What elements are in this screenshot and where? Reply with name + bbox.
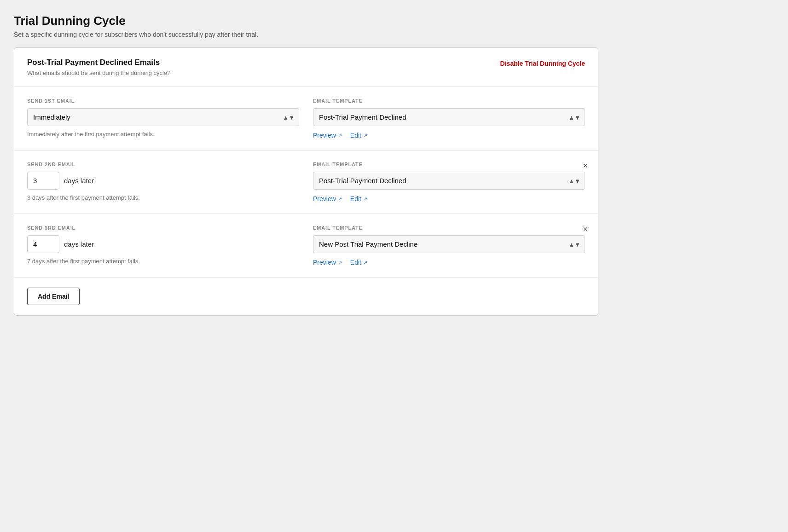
email-section-2: SEND 2ND EMAIL days later 3 days after t… [14, 150, 598, 214]
email-3-preview-link[interactable]: Preview ↗ [313, 259, 342, 266]
email-2-days-input[interactable] [27, 172, 59, 190]
email-1-send-label: SEND 1ST EMAIL [27, 98, 299, 104]
card-header: Post-Trial Payment Declined Emails What … [14, 48, 598, 87]
email-2-days-label: days later [64, 177, 94, 185]
email-section-3: SEND 3RD EMAIL days later 7 days after t… [14, 214, 598, 278]
add-email-section: Add Email [14, 278, 598, 315]
email-2-close-icon: × [583, 161, 588, 170]
email-1-template-label: EMAIL TEMPLATE [313, 98, 585, 104]
email-1-right: EMAIL TEMPLATE Post-Trial Payment Declin… [313, 98, 585, 139]
email-1-hint: Immediately after the first payment atte… [27, 131, 299, 138]
email-3-edit-external-icon: ↗ [363, 260, 367, 266]
email-1-columns: SEND 1ST EMAIL Immediately 1 day later 2… [27, 98, 585, 139]
email-2-days-row: days later [27, 172, 299, 190]
email-1-timing-wrapper: Immediately 1 day later 2 days later 3 d… [27, 108, 299, 126]
email-3-days-row: days later [27, 235, 299, 253]
email-3-close-icon: × [583, 225, 588, 234]
email-2-template-select[interactable]: Post-Trial Payment Declined New Post Tri… [313, 172, 585, 190]
email-3-edit-link[interactable]: Edit ↗ [350, 259, 367, 266]
email-2-left: SEND 2ND EMAIL days later 3 days after t… [27, 162, 299, 202]
email-1-timing-select[interactable]: Immediately 1 day later 2 days later 3 d… [27, 108, 299, 126]
email-2-preview-link[interactable]: Preview ↗ [313, 195, 342, 202]
card-header-info: Post-Trial Payment Declined Emails What … [27, 58, 170, 76]
email-1-edit-link[interactable]: Edit ↗ [350, 132, 367, 139]
email-2-hint: 3 days after the first payment attempt f… [27, 194, 299, 201]
add-email-button[interactable]: Add Email [27, 288, 80, 305]
email-1-left: SEND 1ST EMAIL Immediately 1 day later 2… [27, 98, 299, 139]
main-card: Post-Trial Payment Declined Emails What … [14, 47, 598, 316]
email-3-hint: 7 days after the first payment attempt f… [27, 258, 299, 265]
email-2-remove-button[interactable]: × [581, 162, 590, 170]
email-2-preview-external-icon: ↗ [338, 196, 342, 202]
email-3-actions: Preview ↗ Edit ↗ [313, 259, 585, 266]
page-subtitle: Set a specific dunning cycle for subscri… [14, 31, 774, 38]
card-header-title: Post-Trial Payment Declined Emails [27, 58, 170, 67]
email-2-template-wrapper: Post-Trial Payment Declined New Post Tri… [313, 172, 585, 190]
email-3-template-wrapper: Post-Trial Payment Declined New Post Tri… [313, 235, 585, 253]
email-1-template-select[interactable]: Post-Trial Payment Declined New Post Tri… [313, 108, 585, 126]
email-3-days-label: days later [64, 240, 94, 248]
email-2-send-label: SEND 2ND EMAIL [27, 162, 299, 167]
email-3-preview-external-icon: ↗ [338, 260, 342, 266]
email-2-right: × EMAIL TEMPLATE Post-Trial Payment Decl… [313, 162, 585, 202]
email-3-days-input[interactable] [27, 235, 59, 253]
email-2-edit-external-icon: ↗ [363, 196, 367, 202]
email-3-template-select[interactable]: Post-Trial Payment Declined New Post Tri… [313, 235, 585, 253]
email-3-right: × EMAIL TEMPLATE Post-Trial Payment Decl… [313, 225, 585, 266]
email-1-template-wrapper: Post-Trial Payment Declined New Post Tri… [313, 108, 585, 126]
email-3-remove-button[interactable]: × [581, 225, 590, 233]
email-3-left: SEND 3RD EMAIL days later 7 days after t… [27, 225, 299, 266]
email-1-actions: Preview ↗ Edit ↗ [313, 132, 585, 139]
email-1-preview-link[interactable]: Preview ↗ [313, 132, 342, 139]
email-3-columns: SEND 3RD EMAIL days later 7 days after t… [27, 225, 585, 266]
email-2-template-label: EMAIL TEMPLATE [313, 162, 585, 167]
email-section-1: SEND 1ST EMAIL Immediately 1 day later 2… [14, 87, 598, 150]
email-2-actions: Preview ↗ Edit ↗ [313, 195, 585, 202]
page-title: Trial Dunning Cycle [14, 14, 774, 28]
email-3-send-label: SEND 3RD EMAIL [27, 225, 299, 231]
disable-trial-dunning-link[interactable]: Disable Trial Dunning Cycle [500, 58, 585, 67]
email-2-columns: SEND 2ND EMAIL days later 3 days after t… [27, 162, 585, 202]
email-1-edit-external-icon: ↗ [363, 133, 367, 139]
card-header-description: What emails should be sent during the du… [27, 69, 170, 76]
email-3-template-label: EMAIL TEMPLATE [313, 225, 585, 231]
email-2-edit-link[interactable]: Edit ↗ [350, 195, 367, 202]
email-1-preview-external-icon: ↗ [338, 133, 342, 139]
